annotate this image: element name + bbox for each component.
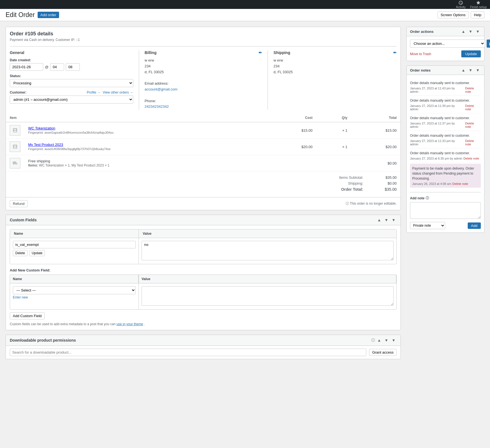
add-cf-select[interactable]: — Select —	[13, 286, 136, 294]
cf-value-textarea[interactable]	[142, 241, 394, 260]
billing-edit-icon[interactable]: ✏	[259, 50, 262, 55]
oa-up-btn[interactable]: ▲	[460, 29, 466, 34]
at-symbol: @	[45, 65, 48, 69]
add-note-info-icon[interactable]: ⓘ	[426, 196, 429, 200]
dp-up-btn[interactable]: ▲	[376, 338, 382, 343]
custom-fields-close-btn[interactable]: ▼	[390, 218, 397, 222]
customer-select[interactable]: admin (#1 – account@gmail.com)	[10, 96, 133, 104]
downloadable-permissions-controls: ⓘ ▲ ▼ ▼	[371, 338, 397, 343]
note-type-select[interactable]: Private note Note to customer	[410, 222, 445, 229]
shipping-icon-cell	[6, 155, 24, 172]
profile-link[interactable]: Profile →	[87, 90, 100, 94]
cf-update-button[interactable]: Update	[29, 250, 45, 256]
custom-fields-controls: ▲ ▼ ▼	[376, 218, 397, 222]
order-total-row: Order Total: $35.00	[10, 187, 397, 192]
shipping-edit-icon[interactable]: ✏	[393, 50, 397, 55]
refund-area: Refund ⓘ This order is no longer editabl…	[6, 197, 401, 210]
update-order-button[interactable]: Update	[461, 50, 481, 57]
order-title: Order #105 details	[10, 31, 397, 37]
email-label: Email address:	[145, 81, 169, 85]
help-button[interactable]: Help	[471, 11, 484, 18]
item-name-link-2[interactable]: My Test Product 2023	[28, 143, 63, 147]
cf-delete-button[interactable]: Delete	[13, 250, 28, 256]
general-section: General Date created: @ Status:	[10, 46, 397, 110]
refund-button[interactable]: Refund	[10, 200, 28, 207]
custom-fields-header: Custom Fields ▲ ▼ ▼	[6, 215, 401, 225]
notes-list: Order details manually sent to customer.…	[410, 78, 481, 189]
note-meta-6: January 26, 2023 at 4:08 am Delete note	[412, 182, 479, 185]
billing-email-link[interactable]: account@gmail.com	[145, 87, 178, 91]
add-cf-button[interactable]: Add Custom Field	[10, 312, 45, 319]
date-group: @	[10, 63, 133, 71]
content-area: Order #105 details Payment via Cash on d…	[6, 27, 401, 364]
note-meta-3: January 27, 2023 at 11:37 pm by admin De…	[410, 122, 481, 128]
add-cf-name-col: Name — Select — Enter new	[10, 275, 139, 309]
action-select[interactable]: Choose an action... Email invoice / orde…	[410, 40, 485, 48]
list-item: Order details manually sent to customer.…	[410, 131, 481, 148]
oa-down-btn[interactable]: ▼	[467, 29, 474, 34]
oa-close-btn[interactable]: ▼	[475, 29, 481, 34]
custom-fields-up-btn[interactable]: ▲	[376, 218, 382, 222]
add-cf-value-header: Value	[139, 275, 396, 283]
order-actions-body: Choose an action... Email invoice / orde…	[407, 36, 484, 61]
on-down-btn[interactable]: ▼	[467, 68, 474, 72]
move-to-trash-link[interactable]: Move to Trash	[410, 52, 431, 56]
cf-name-input[interactable]	[13, 241, 136, 248]
item-qty-1: × 1	[316, 122, 351, 139]
table-row: WC Tokenization Fingerprint: asset1qpva6…	[6, 122, 401, 139]
view-orders-link[interactable]: View other orders →	[103, 90, 133, 94]
add-note-textarea[interactable]	[410, 202, 481, 219]
enter-new-link[interactable]: Enter new	[13, 295, 136, 299]
add-cf-name-header: Name	[10, 275, 139, 283]
time-min-input[interactable]	[66, 63, 80, 71]
shipping-qty-empty	[316, 155, 351, 172]
date-input[interactable]	[10, 63, 43, 71]
dp-close-btn[interactable]: ▼	[390, 338, 397, 343]
screen-options-button[interactable]: Screen Options	[438, 11, 469, 18]
action-go-button[interactable]: ▶	[487, 40, 490, 48]
item-name-cell-1: WC Tokenization Fingerprint: asset1qpva6…	[24, 122, 267, 139]
info-icon[interactable]: ⓘ	[371, 338, 375, 343]
dp-down-btn[interactable]: ▼	[383, 338, 389, 343]
on-close-btn[interactable]: ▼	[475, 68, 481, 72]
delete-note-link-6[interactable]: Delete note	[452, 182, 468, 185]
note-text-3: Order details manually sent to customer.	[410, 116, 481, 121]
order-notes-panel: Order notes ▲ ▼ ▼ Order details manually…	[406, 65, 484, 233]
customer-field-group: Customer: Profile → View other orders → …	[10, 90, 133, 104]
delete-note-link-2[interactable]: Delete note	[465, 104, 481, 111]
finish-setup-button[interactable]: Finish setup	[470, 0, 487, 9]
item-image-2	[10, 141, 20, 152]
col-cost: Cost	[267, 114, 317, 122]
status-select[interactable]: Processing Pending payment On hold Compl…	[10, 79, 133, 87]
order-notes-controls: ▲ ▼ ▼	[460, 68, 481, 72]
billing-heading: Billing ✏	[145, 50, 262, 55]
delete-note-link-5[interactable]: Delete note	[464, 157, 479, 160]
subtotal-value: $35.00	[374, 175, 397, 180]
add-note-button[interactable]: Add	[468, 222, 481, 229]
on-up-btn[interactable]: ▲	[460, 68, 466, 72]
add-cf-value-textarea[interactable]	[142, 286, 394, 306]
order-actions-header: Order actions ▲ ▼ ▼	[407, 27, 484, 36]
add-cf-title: Add New Custom Field:	[10, 268, 397, 272]
time-hour-input[interactable]	[50, 63, 64, 71]
col-total: Total	[351, 114, 401, 122]
add-order-button[interactable]: Add order	[38, 12, 59, 18]
delete-note-link-1[interactable]: Delete note	[465, 87, 481, 93]
delete-note-link-3[interactable]: Delete note	[465, 122, 481, 128]
grant-access-button[interactable]: Grant access	[369, 349, 397, 356]
note-meta-1: January 27, 2023 at 11:43 pm by admin De…	[410, 87, 481, 93]
downloadable-permissions-title: Downloadable product permissions	[10, 338, 76, 342]
item-image-1	[10, 125, 20, 136]
use-in-theme-link[interactable]: use in your theme	[117, 322, 143, 326]
item-cost-2: $20.00	[267, 139, 317, 155]
billing-phone-link[interactable]: 242342342342	[145, 104, 169, 109]
item-name-link-1[interactable]: WC Tokenization	[28, 126, 55, 130]
delete-note-link-4[interactable]: Delete note	[465, 139, 481, 146]
custom-fields-down-btn[interactable]: ▼	[383, 218, 389, 222]
activity-button[interactable]: Activity	[456, 0, 466, 9]
note-meta-4: January 27, 2023 at 11:33 pm by admin De…	[410, 139, 481, 146]
download-search-input[interactable]	[10, 349, 366, 356]
list-item: Order details manually sent to customer.…	[410, 148, 481, 163]
item-image-cell	[6, 122, 24, 139]
note-text-6: Payment to be made upon delivery. Order …	[412, 166, 479, 181]
